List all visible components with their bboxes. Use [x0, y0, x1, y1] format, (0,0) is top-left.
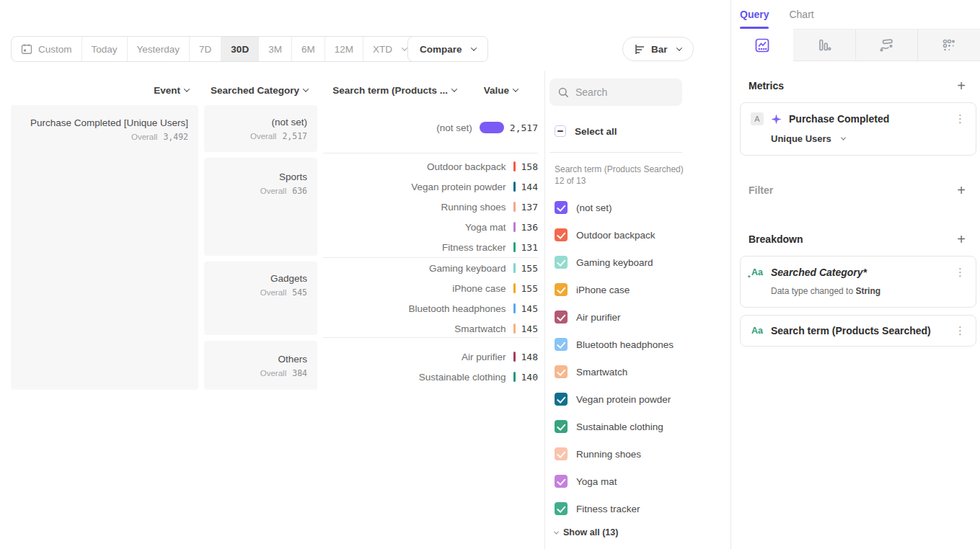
date-range-12m[interactable]: 12M	[325, 37, 363, 61]
table-row[interactable]: iPhone case155	[323, 278, 538, 298]
select-all-row[interactable]: Select all	[555, 125, 617, 137]
search-box[interactable]	[549, 79, 682, 106]
date-range-yesterday[interactable]: Yesterday	[127, 37, 190, 61]
add-filter-button[interactable]: +	[957, 183, 966, 197]
date-range-today[interactable]: Today	[81, 37, 127, 61]
add-metric-button[interactable]: +	[957, 79, 966, 93]
checkbox[interactable]	[555, 338, 568, 351]
filter-item[interactable]: Air purifier	[555, 303, 720, 331]
table-row[interactable]: (not set) 2,517	[323, 117, 538, 138]
filter-item[interactable]: (not set)	[555, 194, 720, 221]
chevron-down-icon	[554, 529, 559, 534]
value-bar	[480, 122, 504, 133]
filter-item[interactable]: Smartwatch	[555, 358, 720, 385]
filter-item[interactable]: Running shoes	[555, 440, 720, 468]
checkbox[interactable]	[555, 365, 568, 378]
filter-item[interactable]: Vegan protein powder	[555, 385, 720, 413]
report-tab-flows[interactable]	[855, 29, 918, 61]
checkbox[interactable]	[555, 201, 568, 214]
checkbox[interactable]	[555, 502, 568, 515]
compare-button[interactable]: Compare	[407, 36, 488, 62]
kebab-menu-icon[interactable]: ⋮	[955, 267, 966, 277]
date-range-30d-selected[interactable]: 30D	[221, 37, 258, 61]
column-header-searched-category[interactable]: Searched Category	[204, 84, 308, 97]
chart-type-button[interactable]: Bar	[622, 37, 694, 61]
table-row[interactable]: Air purifier148	[323, 347, 538, 367]
checkbox[interactable]	[555, 256, 568, 269]
date-range-6m[interactable]: 6M	[291, 37, 325, 61]
filter-item[interactable]: Bluetooth headphones	[555, 331, 720, 358]
breakdown-card[interactable]: Aa* Searched Category* ⋮ Data type chang…	[740, 256, 976, 308]
date-range-label: Custom	[38, 44, 72, 55]
filter-item[interactable]: Yoga mat	[555, 468, 720, 495]
event-cell[interactable]: Purchase Completed [Unique Users] Overal…	[11, 105, 198, 390]
date-range-custom[interactable]: Custom	[12, 37, 81, 61]
add-breakdown-button[interactable]: +	[957, 232, 966, 246]
indeterminate-checkbox[interactable]	[555, 125, 566, 137]
chevron-down-icon	[513, 86, 518, 92]
filter-item[interactable]: Fitness tracker	[555, 495, 720, 522]
category-cell-gadgets[interactable]: Gadgets Overall545	[204, 262, 317, 335]
column-header-event[interactable]: Event	[11, 84, 189, 97]
insights-report-app: Custom Today Yesterday 7D 30D 3M 6M 12M …	[0, 0, 980, 549]
panel-divider	[544, 71, 545, 549]
kebab-menu-icon[interactable]: ⋮	[955, 114, 966, 124]
category-cell-not-set[interactable]: (not set) Overall2,517	[204, 105, 317, 152]
table-row[interactable]: Fitness tracker131	[323, 237, 538, 257]
table-row[interactable]: Yoga mat136	[323, 217, 538, 237]
filter-header: Filter +	[749, 183, 966, 197]
metrics-title: Metrics	[749, 80, 784, 92]
value-bar	[513, 352, 516, 362]
show-all-button[interactable]: Show all (13)	[555, 527, 618, 537]
table-row[interactable]: Bluetooth headphones145	[323, 298, 538, 318]
checkbox[interactable]	[555, 447, 568, 460]
flows-icon	[878, 37, 894, 53]
report-tab-funnels[interactable]	[793, 29, 855, 61]
report-tab-insights[interactable]	[731, 29, 793, 61]
value-bar	[513, 323, 516, 334]
metric-letter-badge: A	[751, 112, 764, 125]
date-range-3m[interactable]: 3M	[258, 37, 291, 61]
metrics-header: Metrics +	[749, 79, 966, 93]
category-cell-sports[interactable]: Sports Overall636	[204, 158, 317, 256]
string-property-icon: Aa*	[751, 266, 764, 279]
event-name: Purchase Completed [Unique Users]	[30, 117, 188, 130]
chevron-down-icon	[676, 45, 681, 50]
column-header-value[interactable]: Value	[433, 84, 518, 97]
string-property-icon: Aa	[751, 324, 764, 337]
filter-item[interactable]: Gaming keyboard	[555, 249, 720, 276]
table-row[interactable]: Gaming keyboard155	[323, 258, 538, 278]
table-row[interactable]: Running shoes137	[323, 197, 538, 217]
metric-aggregation[interactable]: Unique Users	[771, 133, 966, 144]
checkbox[interactable]	[555, 393, 568, 406]
checkbox[interactable]	[555, 475, 568, 488]
filter-item[interactable]: iPhone case	[555, 276, 720, 303]
table-row[interactable]: Smartwatch145	[323, 318, 538, 339]
metric-card[interactable]: A Purchase Completed ⋮ Unique Users	[740, 102, 976, 156]
checkbox[interactable]	[555, 311, 568, 323]
checkbox[interactable]	[555, 228, 568, 241]
metric-name: Purchase Completed	[789, 113, 948, 125]
breakdown-name: Search term (Products Searched)	[771, 325, 948, 336]
checkbox[interactable]	[555, 420, 568, 433]
breakdown-header: Breakdown +	[749, 232, 966, 246]
tab-query[interactable]: Query	[740, 9, 769, 29]
date-range-7d[interactable]: 7D	[189, 37, 221, 61]
category-cell-others[interactable]: Others Overall384	[204, 341, 317, 390]
kebab-menu-icon[interactable]: ⋮	[955, 326, 966, 336]
report-tab-retention[interactable]	[917, 29, 980, 61]
table-row[interactable]: Outdoor backpack158	[323, 156, 538, 177]
table-row[interactable]: Vegan protein powder144	[323, 177, 538, 197]
checkbox[interactable]	[555, 283, 568, 296]
value-bar	[513, 242, 516, 252]
filter-item[interactable]: Outdoor backpack	[555, 221, 720, 249]
chevron-down-icon	[841, 135, 846, 140]
table-row[interactable]: Sustainable clothing140	[323, 367, 538, 387]
tab-chart[interactable]: Chart	[789, 9, 813, 29]
chevron-down-icon	[184, 86, 190, 92]
breakdown-card[interactable]: Aa Search term (Products Searched) ⋮	[740, 315, 976, 347]
search-input[interactable]	[575, 86, 669, 98]
filter-item[interactable]: Sustainable clothing	[555, 413, 720, 440]
value-bar	[513, 222, 516, 232]
value-bar	[513, 372, 516, 382]
